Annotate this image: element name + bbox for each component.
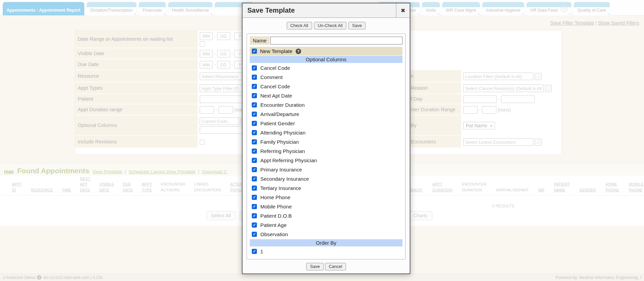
checkbox-checked[interactable] <box>252 232 257 237</box>
checkbox-checked[interactable] <box>252 149 257 154</box>
nav-tab[interactable]: Dictation/Transcription ↗ <box>87 2 137 15</box>
checkbox-checked[interactable] <box>252 102 257 107</box>
cancel-reason-input[interactable] <box>463 85 544 92</box>
save-button[interactable]: Save <box>306 263 324 270</box>
column-header[interactable]: TIME <box>62 187 71 193</box>
show-saved-filters-link[interactable]: Show Saved Filters <box>598 20 639 26</box>
checkbox-checked[interactable] <box>252 84 257 89</box>
nav-tab-label: HR Data Feed <box>530 8 558 13</box>
nav-tab[interactable]: Visits ↗ <box>422 2 440 15</box>
appt-duration-max-input[interactable] <box>219 106 233 114</box>
new-template-row: New Template ? <box>250 47 402 55</box>
optional-column-label: Observation <box>260 231 288 237</box>
appt-duration-min-input[interactable] <box>200 106 214 114</box>
visible-date-mm-input[interactable] <box>200 50 213 58</box>
checkbox-checked[interactable] <box>252 112 257 117</box>
scheduler-layout-view-printable-link[interactable]: Scheduler Layout View Printable <box>129 169 196 174</box>
column-header[interactable]: RESOURCE <box>31 187 53 193</box>
column-header[interactable]: VISIBLE DATE <box>99 181 114 193</box>
charts-button[interactable]: Charts <box>408 211 432 220</box>
check-all-button[interactable]: Check All <box>287 22 312 29</box>
column-header: ENCOUNTER DURATION <box>462 181 486 193</box>
help-icon[interactable]: ? <box>296 49 301 54</box>
checkbox-checked[interactable] <box>252 65 257 71</box>
nav-tab[interactable]: Appointments : Appointment Report ↗ <box>3 2 84 15</box>
waiting-list-checkbox[interactable] <box>200 41 205 47</box>
optional-columns-input[interactable] <box>200 117 239 125</box>
nav-tab[interactable]: Industrial Hygiene ↗ <box>482 2 524 15</box>
encounter-duration-max-input[interactable] <box>482 106 496 114</box>
date-range-dd-input[interactable] <box>217 33 230 40</box>
location-picker-button[interactable]: ... <box>535 73 542 80</box>
optional-column-label: Family Physician <box>260 139 299 145</box>
time-of-day-start-input[interactable] <box>463 95 497 103</box>
checkbox-checked[interactable] <box>252 75 257 80</box>
checkbox-checked[interactable] <box>252 93 257 98</box>
checkbox-checked[interactable] <box>252 186 257 191</box>
column-header[interactable]: APPT TYPE <box>142 181 152 193</box>
checkbox-checked[interactable] <box>252 121 257 126</box>
modal-header: Save Template ✖ <box>243 3 410 18</box>
due-date-mm-input[interactable] <box>200 61 213 68</box>
order-by-fields: Pat Name ▾ <box>461 115 562 136</box>
optional-column-label: Primary Insurance <box>260 167 302 173</box>
column-header[interactable]: APPT DURATION <box>432 181 452 193</box>
nav-tab[interactable]: Health Surveillance ↗ <box>168 2 213 15</box>
checkbox-checked[interactable] <box>252 158 257 163</box>
optional-column-label: Attending Physician <box>260 130 306 136</box>
checkbox-checked[interactable] <box>252 176 257 181</box>
hide-link[interactable]: Hide <box>4 169 14 174</box>
column-header[interactable]: MR <box>538 187 545 193</box>
powered-by-text: Powered by: Medical Informatics Engineer… <box>555 275 641 280</box>
checkbox-checked[interactable] <box>252 222 257 228</box>
cancel-button[interactable]: Cancel <box>325 263 346 270</box>
checkbox-checked[interactable] <box>252 213 257 218</box>
include-revisions-checkbox[interactable] <box>200 140 205 145</box>
linked-encounters-fields: ... <box>461 136 562 148</box>
checkbox-checked[interactable] <box>252 130 257 135</box>
template-name-input[interactable] <box>270 37 402 44</box>
cancel-reason-picker-button[interactable]: ... <box>545 85 552 92</box>
appt-types-label: Appt Types <box>75 82 198 94</box>
uncheck-all-button[interactable]: Un-Check All <box>314 22 346 29</box>
checkbox-checked[interactable] <box>252 195 257 200</box>
linked-encounters-input[interactable] <box>463 138 533 146</box>
date-range-label: Date Range or Appointments on waiting li… <box>75 30 198 48</box>
date-range-mm-input[interactable] <box>200 33 213 40</box>
checkbox-checked[interactable] <box>252 249 257 254</box>
linked-encounters-picker-button[interactable]: ... <box>535 139 542 146</box>
column-header[interactable]: MOBILE PHONE <box>629 181 644 193</box>
optional-column-label: Cancel Code <box>260 84 290 89</box>
column-header[interactable]: HOME PHONE <box>606 181 619 193</box>
view-printable-link[interactable]: View Printable <box>93 169 122 174</box>
close-icon[interactable]: ✖ <box>396 3 410 17</box>
nav-tab[interactable]: Financials ↗ <box>139 2 165 15</box>
column-header[interactable]: DUE DATE <box>123 181 133 193</box>
time-of-day-end-input[interactable] <box>501 95 535 103</box>
order-by-select[interactable]: Pat Name ▾ <box>463 122 495 129</box>
column-header[interactable]: GENDER <box>579 187 596 193</box>
location-filter-input[interactable] <box>463 73 533 80</box>
checkbox-checked[interactable] <box>252 204 257 209</box>
download-link[interactable]: Download C <box>202 169 227 174</box>
checkbox-checked[interactable] <box>252 139 257 144</box>
due-date-dd-input[interactable] <box>217 61 230 68</box>
column-header[interactable]: NEXT APT DATE <box>80 176 90 193</box>
nav-tab[interactable]: HR Data Feed ↗ <box>527 2 571 15</box>
found-appointments-title: Found Appointments <box>17 167 89 175</box>
checkbox-checked[interactable] <box>252 167 257 172</box>
optional-column-label: Patient Gender <box>260 120 295 126</box>
nav-tab[interactable]: WR Case Mgmt ↗ <box>442 2 480 15</box>
column-header[interactable]: APPT ID <box>12 181 22 193</box>
save-top-button[interactable]: Save <box>348 22 366 29</box>
info-icon[interactable]: i <box>37 275 41 280</box>
visible-date-dd-input[interactable] <box>217 50 230 58</box>
nav-tab[interactable]: Quality of Care ↗ <box>574 2 610 15</box>
optional-columns-secondary-input[interactable] <box>200 126 244 134</box>
encounter-duration-min-input[interactable] <box>463 106 478 114</box>
new-template-checkbox[interactable] <box>252 49 257 54</box>
column-header[interactable]: PATIENT NAME <box>554 181 570 193</box>
nav-tab-label: Financials <box>143 8 162 13</box>
save-filter-template-link[interactable]: Save Filter Template <box>550 20 594 26</box>
select-all-button[interactable]: Select All <box>207 211 235 220</box>
